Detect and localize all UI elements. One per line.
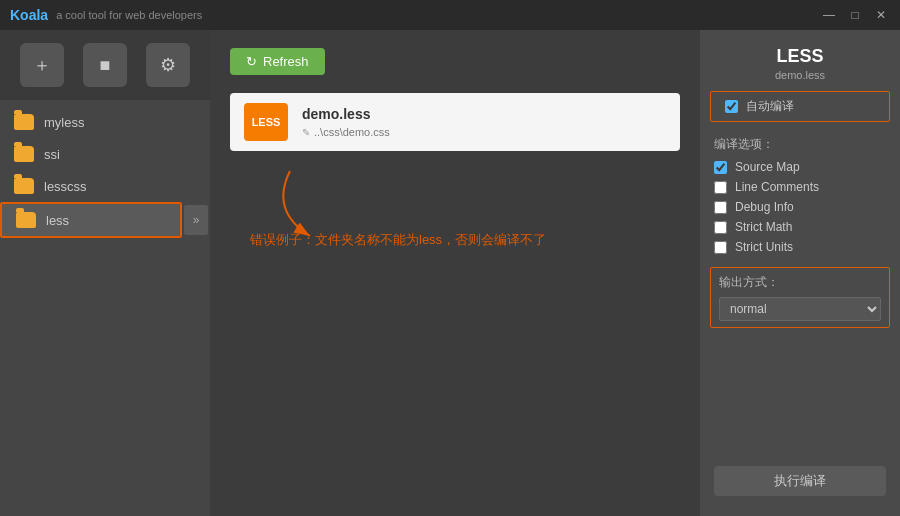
sidebar-toolbar: ＋ ■ ⚙ xyxy=(0,30,210,100)
close-button[interactable]: ✕ xyxy=(872,8,890,22)
sidebar-item-ssi[interactable]: ssi xyxy=(0,138,210,170)
sidebar-list: myless ssi lesscss less » xyxy=(0,100,210,516)
path-icon: ✎ xyxy=(302,127,310,138)
compile-button[interactable]: 执行编译 xyxy=(714,466,886,496)
sidebar: ＋ ■ ⚙ myless ssi lesscss less » xyxy=(0,30,210,516)
option-row-debug-info: Debug Info xyxy=(700,197,900,217)
less-badge: LESS xyxy=(244,103,288,141)
auto-compile-row: 自动编译 xyxy=(710,91,890,122)
file-path: ✎ ..\css\demo.css xyxy=(302,126,390,138)
file-name: demo.less xyxy=(302,106,390,122)
save-button[interactable]: ■ xyxy=(83,43,127,87)
panel-subtitle: demo.less xyxy=(700,69,900,91)
app-subtitle: a cool tool for web developers xyxy=(56,9,202,21)
option-row-strict-units: Strict Units xyxy=(700,237,900,257)
refresh-icon: ↻ xyxy=(246,54,257,69)
output-select[interactable]: normal compress yuicompress xyxy=(719,297,881,321)
annotation-label: 错误例子：文件夹名称不能为less，否则会编译不了 xyxy=(250,231,546,249)
sidebar-item-myless[interactable]: myless xyxy=(0,106,210,138)
minimize-button[interactable]: — xyxy=(820,8,838,22)
refresh-button[interactable]: ↻ Refresh xyxy=(230,48,325,75)
panel-title: LESS xyxy=(700,40,900,69)
line-comments-checkbox[interactable] xyxy=(714,181,727,194)
sidebar-expand-button[interactable]: » xyxy=(184,205,208,235)
folder-icon xyxy=(16,212,36,228)
strict-math-label[interactable]: Strict Math xyxy=(735,220,792,234)
line-comments-label[interactable]: Line Comments xyxy=(735,180,819,194)
option-row-line-comments: Line Comments xyxy=(700,177,900,197)
option-row-source-map: Source Map xyxy=(700,157,900,177)
right-panel: LESS demo.less 自动编译 编译选项： Source Map Lin… xyxy=(700,30,900,516)
file-item[interactable]: LESS demo.less ✎ ..\css\demo.css xyxy=(230,93,680,151)
strict-math-checkbox[interactable] xyxy=(714,221,727,234)
strict-units-checkbox[interactable] xyxy=(714,241,727,254)
debug-info-label[interactable]: Debug Info xyxy=(735,200,794,214)
refresh-label: Refresh xyxy=(263,54,309,69)
auto-compile-label[interactable]: 自动编译 xyxy=(746,98,794,115)
settings-button[interactable]: ⚙ xyxy=(146,43,190,87)
folder-icon xyxy=(14,146,34,162)
debug-info-checkbox[interactable] xyxy=(714,201,727,214)
sidebar-item-less[interactable]: less xyxy=(0,202,182,238)
annotation-svg xyxy=(210,161,610,281)
strict-units-label[interactable]: Strict Units xyxy=(735,240,793,254)
folder-icon xyxy=(14,178,34,194)
file-path-value: ..\css\demo.css xyxy=(314,126,390,138)
annotation-area: 错误例子：文件夹名称不能为less，否则会编译不了 xyxy=(210,161,700,281)
app-logo: Koala xyxy=(10,7,48,23)
main-toolbar: ↻ Refresh xyxy=(210,30,700,93)
source-map-checkbox[interactable] xyxy=(714,161,727,174)
sidebar-item-lesscss[interactable]: lesscss xyxy=(0,170,210,202)
compile-options-label: 编译选项： xyxy=(700,130,900,157)
sidebar-item-label: myless xyxy=(44,115,84,130)
option-row-strict-math: Strict Math xyxy=(700,217,900,237)
file-list: LESS demo.less ✎ ..\css\demo.css xyxy=(210,93,700,151)
sidebar-item-label: lesscss xyxy=(44,179,87,194)
add-project-button[interactable]: ＋ xyxy=(20,43,64,87)
titlebar-left: Koala a cool tool for web developers xyxy=(10,7,202,23)
titlebar-controls: — □ ✕ xyxy=(820,8,890,22)
titlebar: Koala a cool tool for web developers — □… xyxy=(0,0,900,30)
sidebar-item-label: ssi xyxy=(44,147,60,162)
main-content: ↻ Refresh LESS demo.less ✎ ..\css\demo.c… xyxy=(210,30,700,516)
sidebar-item-label: less xyxy=(46,213,69,228)
app-body: ＋ ■ ⚙ myless ssi lesscss less » xyxy=(0,30,900,516)
auto-compile-checkbox[interactable] xyxy=(725,100,738,113)
sidebar-bottom: less » xyxy=(0,202,210,238)
output-label: 输出方式： xyxy=(719,274,881,291)
maximize-button[interactable]: □ xyxy=(846,8,864,22)
file-info: demo.less ✎ ..\css\demo.css xyxy=(302,106,390,138)
source-map-label[interactable]: Source Map xyxy=(735,160,800,174)
folder-icon xyxy=(14,114,34,130)
output-section: 输出方式： normal compress yuicompress xyxy=(710,267,890,328)
